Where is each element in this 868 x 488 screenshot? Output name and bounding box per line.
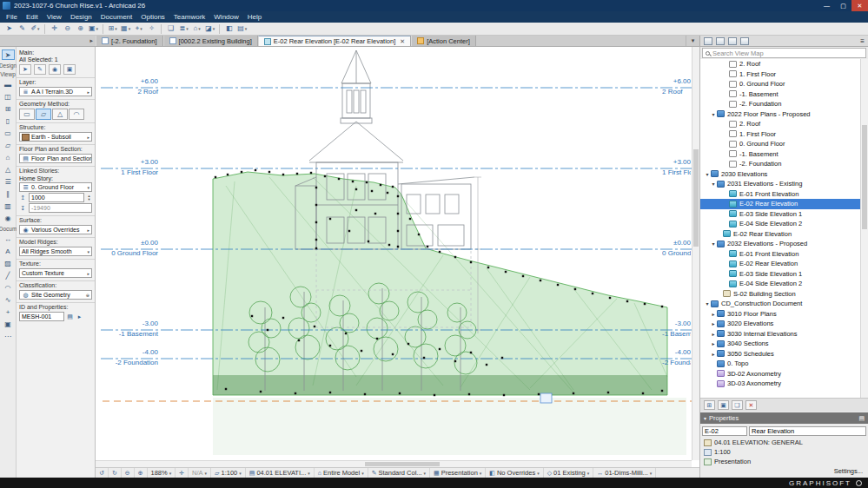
- scale-dropdown[interactable]: ▱1:100▾: [211, 468, 246, 478]
- line-tool-icon[interactable]: ╱: [2, 270, 15, 280]
- tree-item-2-roof[interactable]: 2. Roof: [700, 59, 860, 69]
- tree-item-3d-02-axonometry[interactable]: 3D-02 Axonometry: [700, 369, 860, 379]
- tree-item-1-first-floor[interactable]: 1. First Floor: [700, 69, 860, 80]
- pan-icon[interactable]: ✛: [176, 468, 189, 478]
- tree-item-3030-internal-elevations[interactable]: ▸3030 Internal Elevations: [700, 329, 860, 340]
- floor-plan-section-dropdown[interactable]: ▤ Floor Plan and Section... ▸: [19, 154, 92, 163]
- door-tool-icon[interactable]: ◫: [2, 91, 15, 102]
- horizontal-scroll-thumb[interactable]: [365, 462, 440, 466]
- annotate-pencil-icon[interactable]: ✐▾: [30, 23, 41, 34]
- tree-item-1-basement[interactable]: -1. Basement: [700, 89, 860, 100]
- suspend-groups-icon[interactable]: ❏: [165, 23, 176, 34]
- zoom-out-icon[interactable]: ⊖: [122, 468, 135, 478]
- layout-book-icon[interactable]: [728, 37, 737, 45]
- dimension-tool-icon[interactable]: ↔: [2, 234, 15, 244]
- column-tool-icon[interactable]: ▯: [2, 115, 15, 126]
- info-more-icon[interactable]: ▣: [63, 64, 76, 75]
- tree-item-s-02-building-section[interactable]: S-02 Building Section: [700, 289, 860, 300]
- view-name-field[interactable]: [749, 426, 866, 436]
- tree-item-2-foundation[interactable]: -2. Foundation: [700, 99, 860, 109]
- model-ridges-select[interactable]: All Ridges Smooth ▾: [19, 247, 92, 256]
- model-view-options-dropdown[interactable]: ▦Presentation▾: [430, 468, 486, 478]
- tab-e-02-rear-elevation-e-02-rear-elevation[interactable]: E-02 Rear Elevation [E-02 Rear Elevation…: [258, 36, 411, 46]
- texture-dropdown[interactable]: Custom Texture ▸: [19, 268, 92, 278]
- tree-item-e-04-side-elevation-2[interactable]: E-04 Side Elevation 2: [700, 219, 860, 229]
- navigator-scrollbar[interactable]: [860, 59, 868, 398]
- menu-edit[interactable]: Edit: [22, 11, 43, 23]
- trace-reference-icon[interactable]: ◪▾: [204, 23, 215, 34]
- zoom-out-icon[interactable]: ⊖: [62, 23, 73, 34]
- grid-snap-icon[interactable]: ⊞▾: [107, 23, 118, 34]
- tab-2-foundation[interactable]: [-2. Foundation]: [96, 36, 163, 46]
- menu-teamwork[interactable]: Teamwork: [169, 11, 209, 23]
- vertical-scrollbar[interactable]: [692, 47, 699, 460]
- clone-folder-icon[interactable]: ❏: [732, 400, 743, 410]
- tree-item-e-01-front-elevation[interactable]: E-01 Front Elevation: [700, 249, 860, 260]
- bottom-offset-field[interactable]: [29, 203, 92, 213]
- menu-window[interactable]: Window: [209, 11, 242, 23]
- maximize-button[interactable]: ▢: [835, 0, 851, 11]
- arc-tool-icon[interactable]: ◠: [2, 282, 15, 293]
- guide-lines-icon[interactable]: ▦▾: [120, 23, 131, 34]
- tab-action-center[interactable]: [Action Center]: [411, 36, 476, 46]
- layer-dropdown[interactable]: ≣ A A I Terrain.3D ▸: [19, 87, 92, 96]
- properties-icon[interactable]: ▤: [66, 313, 74, 320]
- tree-item-3040-sections[interactable]: ▸3040 Sections: [700, 339, 860, 349]
- snap-gravity-icon[interactable]: ⌖▾: [133, 23, 144, 34]
- tree-item-0-topo[interactable]: 0. Topo: [700, 359, 860, 369]
- graphic-overrides-dropdown[interactable]: ◧No Overrides▾: [486, 468, 543, 478]
- tree-item-e-04-side-elevation-2[interactable]: E-04 Side Elevation 2: [700, 279, 860, 289]
- level-marker[interactable]: [540, 393, 552, 403]
- vertical-scroll-thumb[interactable]: [693, 149, 699, 247]
- wall-tool-icon[interactable]: ▬: [2, 79, 15, 89]
- property-row-presentation[interactable]: Presentation: [700, 457, 868, 466]
- camera-view-icon[interactable]: ▤▾: [236, 23, 248, 34]
- partial-structure-dropdown[interactable]: ⌂Entire Model▾: [315, 468, 368, 478]
- save-view-icon[interactable]: ▣: [718, 400, 729, 410]
- properties-header[interactable]: ▾ Properties ▤: [700, 412, 868, 424]
- arrow-tool-icon[interactable]: ➤: [2, 49, 15, 60]
- tree-item-1-first-floor[interactable]: 1. First Floor: [700, 129, 860, 140]
- orientation-dropdown[interactable]: N/A▾: [189, 468, 211, 478]
- tree-item-3020-elevations[interactable]: ▸3020 Elevations: [700, 319, 860, 329]
- curtain-wall-tool-icon[interactable]: ▥: [2, 201, 15, 211]
- geometry-rotated-button[interactable]: △: [52, 109, 68, 120]
- stepper-icon[interactable]: ▲▼: [86, 195, 92, 201]
- tree-item-0-ground-floor[interactable]: 0. Ground Floor: [700, 139, 860, 149]
- menu-view[interactable]: View: [43, 11, 66, 23]
- element-id-field[interactable]: [19, 312, 64, 321]
- tab-0002-2-existing-building[interactable]: [0002.2 Existing Building]: [163, 36, 258, 46]
- top-offset-field[interactable]: [29, 193, 84, 202]
- favorites-icon[interactable]: ✎: [34, 64, 46, 75]
- menu-file[interactable]: File: [2, 11, 22, 23]
- fit-view-icon[interactable]: ▣▾: [88, 23, 99, 34]
- geometry-slope-button[interactable]: ◠: [69, 109, 84, 120]
- zoom-prev-icon[interactable]: ↺: [96, 468, 109, 478]
- menu-options[interactable]: Options: [136, 11, 169, 23]
- tree-item-2022-floor-plans-proposed[interactable]: ▾2022 Floor Plans - Proposed: [700, 109, 860, 120]
- renovation-filter-dropdown[interactable]: ◇01 Existing▾: [544, 468, 594, 478]
- tree-item-1-basement[interactable]: -1. Basement: [700, 149, 860, 160]
- tree-item-e-03-side-elevation-1[interactable]: E-03 Side Elevation 1: [700, 209, 860, 220]
- close-button[interactable]: ✕: [851, 0, 868, 11]
- roof-tool-icon[interactable]: ⌂: [2, 152, 15, 162]
- eye-icon[interactable]: ◉: [49, 64, 61, 75]
- geometry-rectangle-button[interactable]: ▱: [36, 109, 51, 120]
- structure-dropdown[interactable]: Earth - Subsoil ▸: [19, 132, 92, 142]
- beam-tool-icon[interactable]: ▭: [2, 128, 15, 138]
- new-folder-icon[interactable]: ⊞: [704, 400, 715, 410]
- fill-tool-icon[interactable]: ▨: [2, 258, 15, 268]
- close-icon[interactable]: ✕: [400, 38, 405, 45]
- horizontal-scrollbar[interactable]: [96, 460, 692, 467]
- stair-tool-icon[interactable]: ☰: [2, 176, 15, 187]
- window-tool-icon[interactable]: ⊞: [2, 103, 15, 114]
- draft-pencil-icon[interactable]: ✎: [17, 23, 28, 34]
- tree-item-2032-elevations-proposed[interactable]: ▾2032 Elevations - Proposed: [700, 239, 860, 249]
- surface-override-dropdown[interactable]: ◉ Various Overrides ▸: [19, 225, 92, 234]
- search-input[interactable]: Search View Map: [702, 48, 866, 58]
- text-tool-icon[interactable]: A: [2, 246, 15, 256]
- dimension-standard-dropdown[interactable]: ↔01-Dims-Milli...▾: [593, 468, 656, 478]
- pen-set-dropdown[interactable]: ✎Standard Col...▾: [368, 468, 430, 478]
- tree-item-3050-schedules[interactable]: ▸3050 Schedules: [700, 349, 860, 359]
- tree-item-e-02-rear-elevation[interactable]: E-02 Rear Elevation: [700, 259, 860, 269]
